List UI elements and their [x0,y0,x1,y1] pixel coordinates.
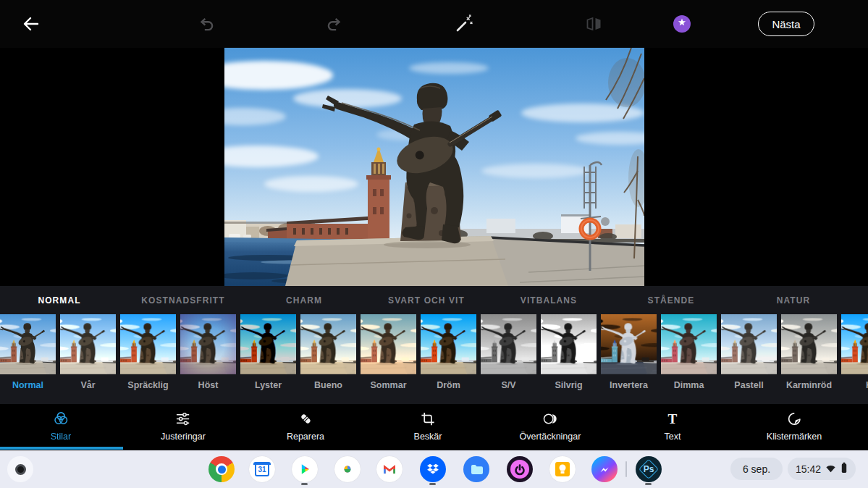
tool-label: Stilar [51,432,71,442]
filter-label: Spräcklig [120,380,176,390]
status-tray[interactable]: 15:42 [788,458,856,480]
filter-thumb-h-st[interactable]: Höst [180,314,236,390]
text-icon: T [665,411,681,427]
tool-label: Klistermärken [767,432,822,442]
filter-preview [240,314,296,374]
back-button[interactable] [17,9,46,38]
app-gmail[interactable] [376,456,403,482]
filter-preview [721,314,777,374]
filter-preview [421,314,476,374]
app-power[interactable] [507,456,533,482]
filter-thumb-pastell[interactable]: Pastell [721,314,777,390]
filter-preview [481,314,536,374]
filter-thumb-invertera[interactable]: Invertera [601,314,657,390]
filter-thumb-dr-m[interactable]: Dröm [421,314,476,390]
shelf-date[interactable]: 6 sep. [730,458,783,480]
tool-beskar[interactable]: Beskär [414,411,442,442]
filter-preview [60,314,116,374]
filters-panel: NORMAL KOSTNADSFRITT CHARM SVART OCH VIT… [0,286,868,404]
filter-thumb-s-v[interactable]: S/V [481,314,536,390]
undo-button[interactable] [192,9,221,38]
magic-wand-icon [453,14,473,34]
filter-thumb-dimma[interactable]: Dimma [661,314,717,390]
star-icon [675,16,688,32]
overlays-icon [542,411,558,427]
premium-button[interactable] [673,15,691,33]
app-google-calendar[interactable]: 31 [249,456,275,482]
running-indicator-dropbox [429,483,436,485]
photo-canvas[interactable] [224,48,644,286]
filter-label: Karminröd [781,380,837,390]
battery-icon [840,462,848,476]
filter-thumb-bueno[interactable]: Bueno [300,314,356,390]
filter-preview [0,314,56,374]
tool-text[interactable]: T Text [665,411,681,442]
screen: Nästa NORMAL KOSTNADSFRITT CHARM SVART O… [0,0,868,488]
filter-label: Pastell [721,380,777,390]
heal-icon [298,411,314,427]
tool-justeringar[interactable]: Justeringar [161,411,206,442]
tool-klistermarken[interactable]: Klistermärken [767,411,822,442]
app-google-keep[interactable] [549,456,576,482]
tool-overtackningar[interactable]: Övertäckningar [520,411,581,442]
filter-thumb-k[interactable]: K [841,314,868,390]
editor-stage [0,48,868,286]
filter-label: S/V [481,380,536,390]
filter-label: Sommar [361,380,416,390]
app-play-store[interactable] [292,456,318,482]
app-google-photos[interactable] [334,456,361,482]
filter-label: Lyster [240,380,296,390]
category-tab-kostnadsfritt[interactable]: KOSTNADSFRITT [141,286,224,314]
tool-reparera[interactable]: Reparera [287,411,324,442]
category-tab-normal[interactable]: NORMAL [38,286,80,314]
shelf-divider [625,461,627,477]
app-files[interactable] [463,456,489,482]
filter-label: Invertera [601,380,657,390]
category-tab-staende[interactable]: STÅENDE [648,286,695,314]
tool-bar: Stilar Justeringar Reparera [0,404,868,450]
date-label: 6 sep. [743,463,770,475]
filter-thumb-spr-cklig[interactable]: Spräcklig [120,314,176,390]
redo-button[interactable] [320,9,349,38]
crop-icon [420,411,437,427]
top-app-bar: Nästa [0,0,868,48]
filter-label: Vår [60,380,116,390]
filter-thumb-lyster[interactable]: Lyster [240,314,296,390]
filter-preview [661,314,717,374]
filter-label: Dröm [421,380,476,390]
launcher-icon [15,464,26,475]
filter-preview [180,314,236,374]
filter-thumb-sommar[interactable]: Sommar [361,314,416,390]
stickers-icon [785,411,802,427]
filter-strip: NormalVårSpräckligHöstLysterBuenoSommarD… [0,314,868,390]
filter-label: Höst [180,380,236,390]
app-messenger[interactable] [591,456,618,482]
wifi-icon [825,463,836,475]
tool-label: Text [665,432,681,442]
filter-thumb-silvrig[interactable]: Silvrig [541,314,597,390]
tool-label: Övertäckningar [520,432,581,442]
tool-label: Beskär [414,432,442,442]
filter-preview [541,314,597,374]
next-button[interactable]: Nästa [758,12,814,36]
running-indicator-photoshop-express [645,483,652,485]
filter-thumb-normal[interactable]: Normal [0,314,56,390]
category-tab-svart-och-vit[interactable]: SVART OCH VIT [388,286,465,314]
back-arrow-icon [21,14,41,34]
tool-label: Reparera [287,432,324,442]
category-tab-charm[interactable]: CHARM [286,286,322,314]
app-chrome[interactable] [208,456,235,482]
launcher-button[interactable] [7,456,33,482]
tool-stilar[interactable]: Stilar [51,411,71,442]
category-tab-vitbalans[interactable]: VITBALANS [521,286,577,314]
category-tab-natur[interactable]: NATUR [777,286,811,314]
filter-preview [120,314,176,374]
app-photoshop-express[interactable]: Ps [636,456,662,482]
filter-thumb-v-r[interactable]: Vår [60,314,116,390]
before-after-button[interactable] [579,9,608,38]
filter-label: Silvrig [541,380,597,390]
before-after-icon [584,14,603,33]
filter-thumb-karminr-d[interactable]: Karminröd [781,314,837,390]
app-dropbox[interactable] [420,456,446,482]
auto-enhance-button[interactable] [449,9,478,38]
